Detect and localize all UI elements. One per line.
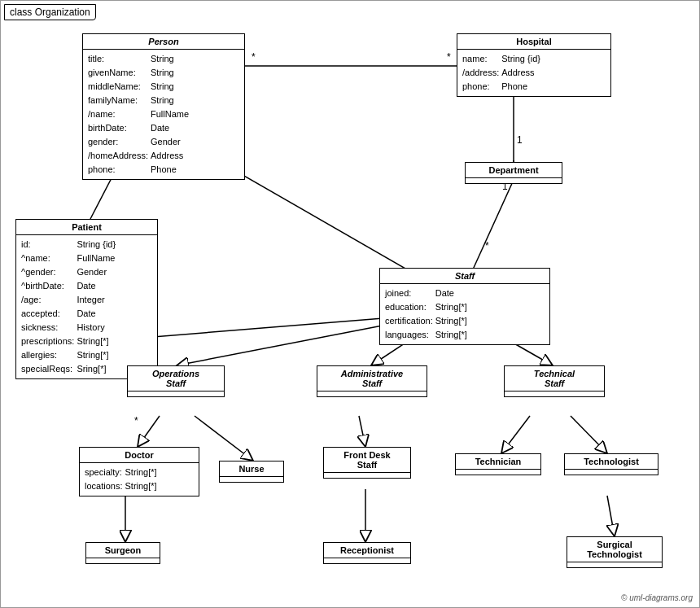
receptionist-title: Receptionist — [324, 543, 410, 558]
department-class: Department — [465, 162, 562, 184]
svg-line-14 — [501, 416, 530, 453]
svg-text:*: * — [447, 51, 451, 63]
department-title: Department — [466, 163, 562, 178]
diagram-container: class Organization — [0, 0, 700, 608]
svg-text:*: * — [485, 240, 489, 252]
technician-class: Technician — [455, 453, 541, 475]
surgical-technologist-title: SurgicalTechnologist — [567, 537, 662, 562]
operations-staff-class: OperationsStaff — [127, 365, 225, 397]
department-body — [466, 178, 562, 183]
copyright: © uml-diagrams.org — [621, 593, 693, 602]
technical-staff-class: TechnicalStaff — [504, 365, 605, 397]
technologist-title: Technologist — [565, 454, 658, 470]
svg-line-11 — [138, 416, 160, 447]
diagram-title: class Organization — [4, 4, 96, 20]
technologist-body — [565, 470, 658, 475]
technologist-class: Technologist — [564, 453, 658, 475]
receptionist-body — [324, 558, 410, 563]
staff-class: Staff joined:Date education:String[*] ce… — [379, 268, 550, 345]
administrative-staff-body — [317, 391, 427, 396]
administrative-staff-class: AdministrativeStaff — [317, 365, 427, 397]
svg-text:*: * — [252, 51, 256, 63]
nurse-body — [220, 477, 283, 482]
svg-text:1: 1 — [517, 134, 523, 146]
surgeon-body — [86, 558, 160, 563]
svg-line-18 — [607, 496, 615, 536]
svg-line-6 — [473, 180, 514, 269]
front-desk-staff-body — [324, 473, 410, 478]
hospital-title: Hospital — [457, 34, 610, 50]
svg-line-13 — [359, 416, 365, 447]
staff-title: Staff — [380, 269, 549, 284]
doctor-title: Doctor — [80, 448, 199, 463]
front-desk-staff-title: Front DeskStaff — [324, 448, 410, 473]
hospital-body: name:String {id} /address:Address phone:… — [457, 50, 610, 96]
technical-staff-body — [505, 391, 604, 396]
surgical-technologist-class: SurgicalTechnologist — [567, 536, 663, 568]
administrative-staff-title: AdministrativeStaff — [317, 366, 427, 391]
operations-staff-body — [128, 391, 224, 396]
surgeon-class: Surgeon — [85, 542, 160, 564]
patient-title: Patient — [16, 220, 157, 235]
patient-body: id:String {id} ^name:FullName ^gender:Ge… — [16, 235, 157, 378]
staff-body: joined:Date education:String[*] certific… — [380, 284, 549, 344]
nurse-class: Nurse — [219, 461, 284, 483]
person-body: title:String givenName:String middleName… — [83, 50, 244, 179]
technician-body — [456, 470, 540, 475]
svg-line-8 — [177, 320, 412, 365]
operations-staff-title: OperationsStaff — [128, 366, 224, 391]
doctor-body: specialty:String[*] locations:String[*] — [80, 463, 199, 496]
surgeon-title: Surgeon — [86, 543, 160, 558]
surgical-technologist-body — [567, 562, 662, 567]
person-title: Person — [83, 34, 244, 50]
patient-class: Patient id:String {id} ^name:FullName ^g… — [15, 219, 158, 379]
svg-line-15 — [571, 416, 607, 453]
doctor-class: Doctor specialty:String[*] locations:Str… — [79, 447, 199, 496]
nurse-title: Nurse — [220, 461, 283, 477]
front-desk-staff-class: Front DeskStaff — [323, 447, 411, 479]
svg-text:*: * — [134, 415, 138, 426]
person-class: Person title:String givenName:String mid… — [82, 33, 245, 180]
receptionist-class: Receptionist — [323, 542, 411, 564]
technician-title: Technician — [456, 454, 540, 470]
hospital-class: Hospital name:String {id} /address:Addre… — [457, 33, 611, 97]
svg-line-12 — [195, 416, 253, 461]
technical-staff-title: TechnicalStaff — [505, 366, 604, 391]
